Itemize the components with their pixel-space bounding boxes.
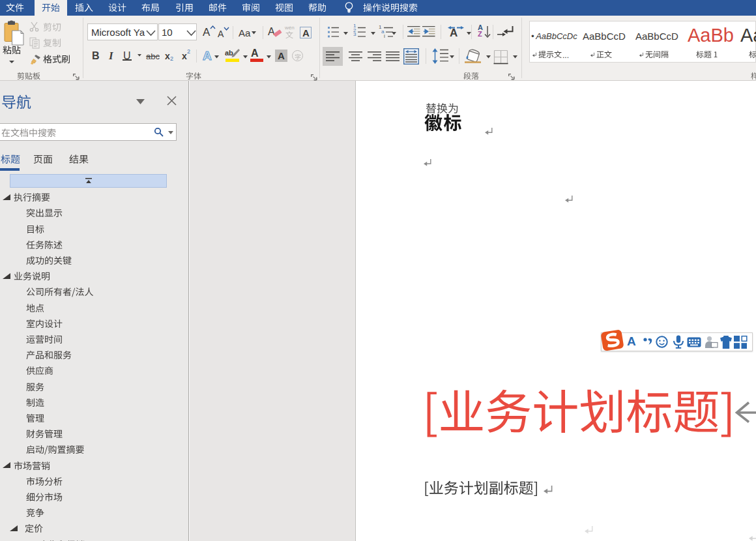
svg-text:A: A xyxy=(203,49,212,63)
